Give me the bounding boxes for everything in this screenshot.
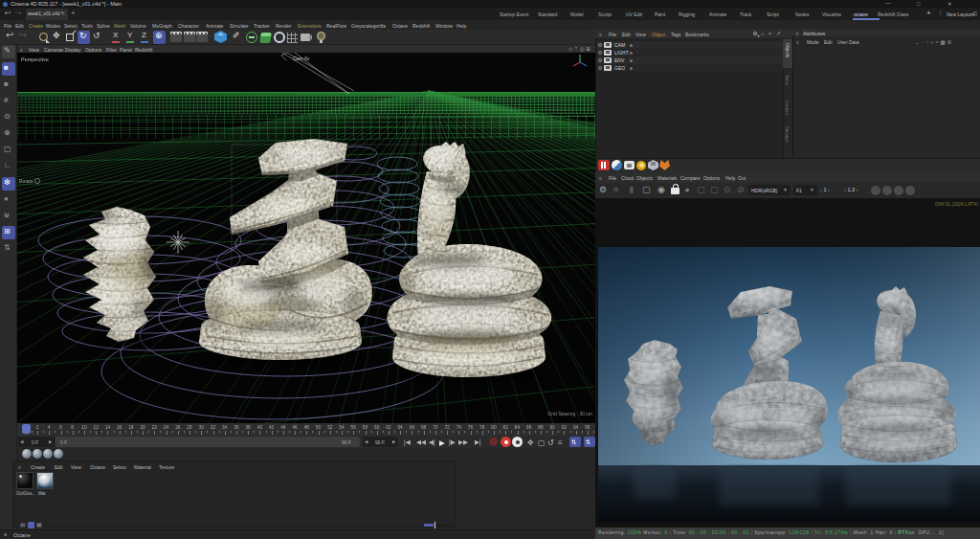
svg-text:Grid Spacing : 30 cm: Grid Spacing : 30 cm [547, 411, 592, 416]
svg-text:ONX DL (2024.1-RTX): ONX DL (2024.1-RTX) [935, 202, 979, 207]
svg-text:Cam 0v: Cam 0v [293, 56, 310, 61]
svg-text:Rotate: Rotate [19, 178, 33, 184]
svg-text:Perspective: Perspective [21, 56, 49, 62]
